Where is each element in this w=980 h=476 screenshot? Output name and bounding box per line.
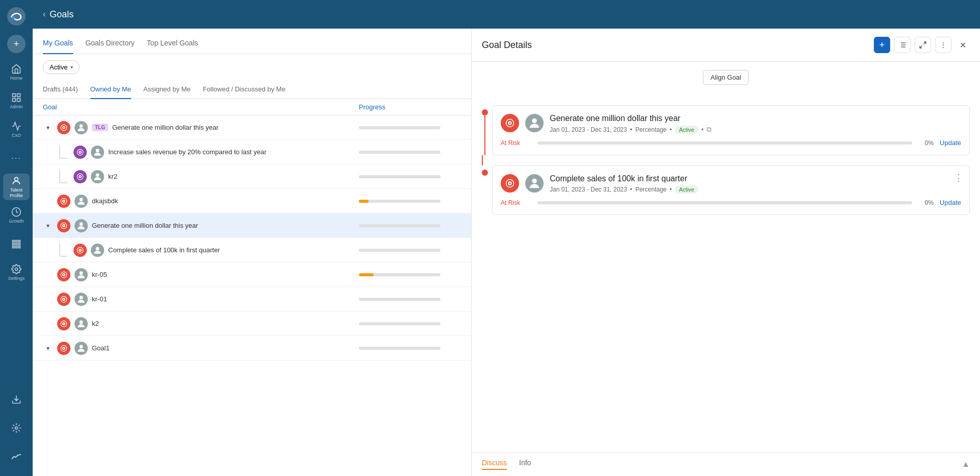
sub-tab-assigned-by-me[interactable]: Assigned by Me bbox=[143, 80, 191, 99]
close-button[interactable]: ✕ bbox=[955, 38, 970, 52]
status-badge: Active bbox=[675, 126, 698, 134]
sidebar-item-wave[interactable] bbox=[3, 443, 30, 470]
footer-tab-discuss[interactable]: Discuss bbox=[482, 459, 507, 470]
detail-body: Align Goal bbox=[472, 62, 980, 452]
back-button[interactable]: ‹ bbox=[43, 10, 45, 19]
goal-icon bbox=[57, 293, 70, 306]
sidebar-item-talent-profile[interactable]: TalentProfile bbox=[3, 174, 30, 200]
goal-row[interactable]: kr2 bbox=[33, 164, 471, 189]
avatar bbox=[75, 268, 88, 281]
tab-my-goals[interactable]: My Goals bbox=[43, 35, 73, 54]
collapse-button[interactable]: ▾ bbox=[43, 123, 53, 133]
goal-row[interactable]: dkajsbdk bbox=[33, 189, 471, 213]
app-logo[interactable] bbox=[6, 6, 27, 27]
goal-name: Generate one million dollar this year bbox=[92, 222, 198, 229]
filter-label: Active bbox=[50, 63, 67, 71]
align-goal-button[interactable]: Align Goal bbox=[703, 70, 749, 85]
goals-panel: My Goals Goals Directory Top Level Goals… bbox=[33, 29, 472, 476]
goal-row[interactable]: k2 bbox=[33, 312, 471, 336]
copy-icon[interactable]: ⧉ bbox=[706, 125, 712, 134]
svg-rect-3 bbox=[17, 94, 20, 97]
measure-type: Percentage bbox=[635, 126, 667, 133]
svg-point-34 bbox=[80, 198, 83, 201]
goal-icon bbox=[57, 342, 70, 355]
progress-percentage: 0% bbox=[918, 139, 934, 147]
more-options-button[interactable]: ⋮ bbox=[935, 37, 951, 53]
footer-expand-button[interactable]: ▲ bbox=[962, 460, 970, 469]
progress-bar bbox=[359, 200, 440, 203]
svg-point-50 bbox=[80, 296, 83, 299]
svg-point-53 bbox=[63, 323, 64, 324]
add-button[interactable]: + bbox=[874, 37, 890, 53]
tab-top-level-goals[interactable]: Top Level Goals bbox=[147, 35, 198, 54]
detail-card-title-1: Generate one million dollar this year bbox=[550, 114, 961, 123]
sub-tab-owned-by-me[interactable]: Owned by Me bbox=[90, 80, 131, 99]
svg-rect-4 bbox=[13, 99, 16, 102]
goal-row[interactable]: kr-05 bbox=[33, 263, 471, 287]
svg-point-16 bbox=[15, 268, 18, 271]
indent-line bbox=[59, 170, 67, 183]
progress-bar bbox=[359, 249, 440, 252]
expand-button[interactable] bbox=[915, 37, 931, 53]
avatar bbox=[75, 293, 88, 306]
svg-point-54 bbox=[80, 320, 83, 324]
sidebar-item-download[interactable] bbox=[3, 386, 30, 413]
goal-row[interactable]: ▾ Generate one million dollar this year bbox=[33, 213, 471, 238]
goal-name: kr-05 bbox=[92, 271, 107, 278]
goal-row[interactable]: kr-01 bbox=[33, 287, 471, 312]
footer-tab-info[interactable]: Info bbox=[519, 459, 531, 470]
detail-progress-row: At Risk 0% Update bbox=[501, 139, 961, 147]
sidebar-item-home[interactable]: Home bbox=[3, 59, 30, 86]
detail-goal-icon-2 bbox=[501, 174, 519, 193]
detail-avatar bbox=[525, 114, 544, 132]
avatar bbox=[75, 342, 88, 355]
avatar bbox=[91, 244, 104, 257]
goal-name: kr2 bbox=[108, 173, 117, 180]
collapse-button[interactable]: ▾ bbox=[43, 221, 53, 231]
svg-point-26 bbox=[96, 149, 100, 152]
sub-tab-drafts[interactable]: Drafts (444) bbox=[43, 80, 78, 99]
indent-line bbox=[59, 146, 67, 159]
goal-icon bbox=[57, 268, 70, 281]
svg-point-42 bbox=[96, 247, 100, 250]
collapse-button[interactable]: ▾ bbox=[43, 343, 53, 353]
svg-point-33 bbox=[63, 200, 64, 201]
detail-card-meta-1: Jan 01, 2023 - Dec 31, 2023 • Percentage… bbox=[550, 125, 961, 134]
sidebar-item-admin[interactable]: Admin bbox=[3, 88, 30, 114]
sidebar-item-cxo[interactable]: CxO bbox=[3, 116, 30, 143]
tlg-badge: TLG bbox=[92, 124, 108, 131]
sidebar-item-more[interactable]: ··· bbox=[3, 145, 30, 172]
more-options-menu[interactable]: ⋮ bbox=[954, 172, 963, 183]
sidebar-item-apps[interactable] bbox=[3, 231, 30, 257]
active-filter[interactable]: Active ▾ bbox=[43, 60, 80, 74]
goal-row[interactable]: Complete sales of 100k in first quarter bbox=[33, 238, 471, 263]
sidebar-item-growth[interactable]: Growth bbox=[3, 202, 30, 229]
detail-card-title-2: Complete sales of 100k in first quarter bbox=[550, 174, 961, 183]
sub-tab-followed[interactable]: Followed / Discussed by Me bbox=[203, 80, 285, 99]
sidebar-add-button[interactable]: + bbox=[7, 35, 26, 53]
goal-row[interactable]: ▾ TLG Generate one million dollar this y… bbox=[33, 115, 471, 140]
sidebar: + Home Admin CxO ··· TalentProfile Growt… bbox=[0, 0, 33, 476]
update-button-1[interactable]: Update bbox=[940, 139, 961, 147]
goal-name: Complete sales of 100k in first quarter bbox=[108, 246, 220, 254]
detail-header-actions: + ⋮ ✕ bbox=[874, 37, 970, 53]
sidebar-item-gear[interactable] bbox=[3, 415, 30, 441]
svg-point-73 bbox=[509, 183, 511, 184]
svg-point-30 bbox=[96, 173, 100, 177]
tab-goals-directory[interactable]: Goals Directory bbox=[85, 35, 134, 54]
align-icon-button[interactable] bbox=[894, 37, 911, 53]
svg-point-69 bbox=[509, 123, 511, 124]
svg-point-58 bbox=[80, 345, 83, 348]
avatar bbox=[75, 219, 88, 232]
sidebar-item-settings[interactable]: Settings bbox=[3, 259, 30, 286]
goal-row[interactable]: ▾ Goal1 bbox=[33, 336, 471, 361]
at-risk-label-2: At Risk bbox=[501, 199, 531, 206]
detail-progress-bar bbox=[537, 141, 912, 145]
detail-panel: Goal Details + ⋮ ✕ Align Goal bbox=[472, 29, 980, 476]
growth-label: Growth bbox=[9, 219, 23, 224]
detail-footer: Discuss Info ▲ bbox=[472, 452, 980, 476]
progress-bar bbox=[359, 126, 440, 129]
svg-rect-2 bbox=[13, 94, 16, 97]
goal-row[interactable]: Increase sales revenue by 20% compared t… bbox=[33, 140, 471, 164]
update-button-2[interactable]: Update bbox=[940, 199, 961, 206]
